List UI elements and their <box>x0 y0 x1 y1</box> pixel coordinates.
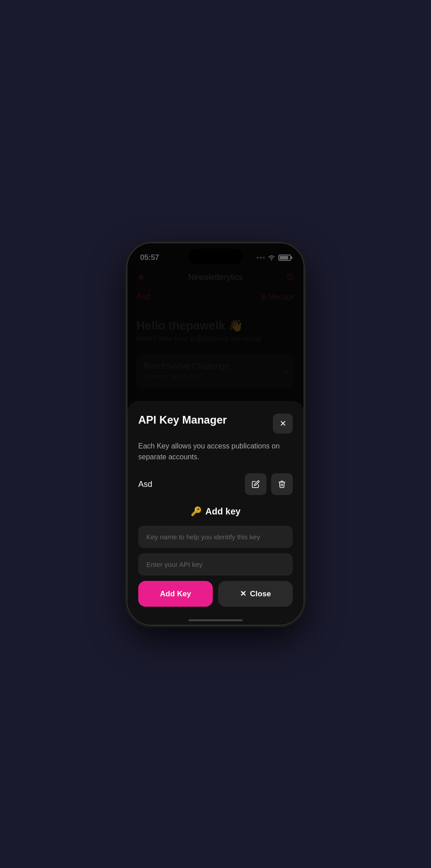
close-x-icon: ✕ <box>240 589 246 599</box>
key-name-input[interactable] <box>138 526 293 548</box>
modal-close-button[interactable]: ✕ <box>273 414 293 434</box>
phone-frame: 05:57 ★ Newsletterytics ⚙ <box>127 243 304 625</box>
add-key-section: 🔑 Add key <box>138 506 293 517</box>
modal-description: Each Key allows you access publications … <box>138 441 293 462</box>
existing-key-name: Asd <box>138 480 152 489</box>
close-label: Close <box>250 590 271 599</box>
api-key-input[interactable] <box>138 553 293 576</box>
key-action-buttons <box>245 473 293 495</box>
add-key-label: 🔑 Add key <box>138 506 293 517</box>
modal-title: API Key Manager <box>138 414 227 426</box>
close-button[interactable]: ✕ Close <box>218 581 293 607</box>
edit-key-button[interactable] <box>245 473 267 495</box>
home-indicator <box>188 619 243 621</box>
phone-screen: 05:57 ★ Newsletterytics ⚙ <box>127 243 304 625</box>
add-key-button[interactable]: Add Key <box>138 581 213 607</box>
modal-action-buttons: Add Key ✕ Close <box>138 581 293 607</box>
dynamic-island <box>188 249 243 264</box>
modal-header: API Key Manager ✕ <box>138 414 293 434</box>
key-icon: 🔑 <box>191 506 202 517</box>
api-key-manager-modal: API Key Manager ✕ Each Key allows you ac… <box>127 401 304 625</box>
existing-key-row: Asd <box>138 473 293 495</box>
delete-key-button[interactable] <box>271 473 293 495</box>
add-key-text: Add key <box>206 506 241 517</box>
